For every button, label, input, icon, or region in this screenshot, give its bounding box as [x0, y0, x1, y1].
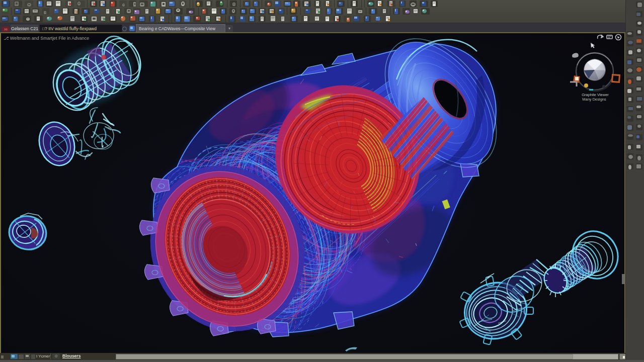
svg-text:Many Designs: Many Designs [582, 97, 606, 102]
svg-text:Graphite Viewer: Graphite Viewer [582, 93, 609, 97]
svg-text:⎇ Weltmann and Smartjet File i: ⎇ Weltmann and Smartjet File in Advance [4, 36, 89, 41]
